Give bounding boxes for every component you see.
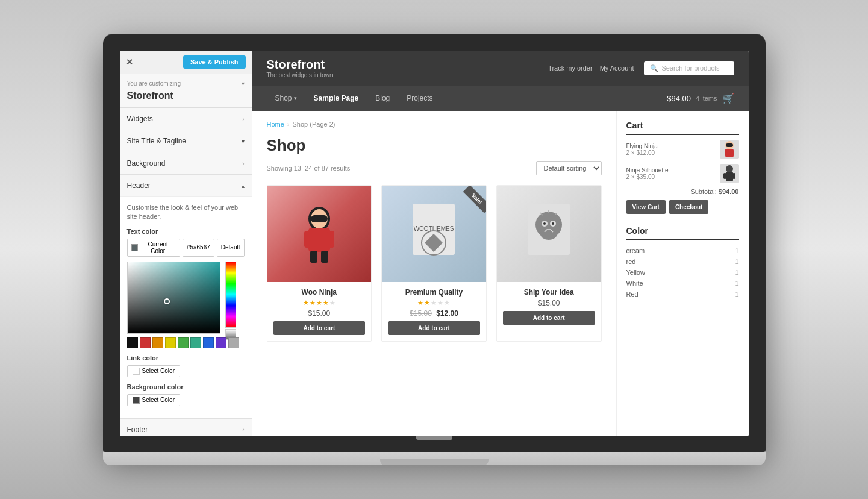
cart-total: $94.00 (667, 94, 691, 103)
view-cart-button[interactable]: View Cart (626, 200, 666, 214)
product-price-ship-idea: $15.00 (503, 299, 595, 307)
cart-item-thumb-silhouette (720, 164, 739, 183)
color-filter-red[interactable]: red 1 (626, 256, 739, 267)
section-footer-header[interactable]: Footer › (120, 419, 252, 436)
bg-color-swatch (133, 397, 140, 404)
header-desc: Customise the look & feel of your web si… (127, 203, 245, 222)
product-price-woo-ninja: $15.00 (273, 309, 366, 318)
color-filter-red2[interactable]: Red 1 (626, 289, 739, 300)
cart-item-name-flying: Flying Ninja (626, 143, 716, 149)
swatch-orange[interactable] (152, 337, 163, 348)
link-select-color-btn[interactable]: Select Color (127, 365, 180, 377)
checkout-button[interactable]: Checkout (669, 200, 709, 214)
nav-blog[interactable]: Blog (367, 86, 398, 111)
link-color-row: Link color Select Color (127, 354, 245, 377)
widgets-arrow: › (242, 116, 244, 122)
sidebar-color-section: Color cream 1 red 1 (626, 226, 739, 300)
close-button[interactable]: ✕ (126, 57, 133, 67)
bg-select-color-btn[interactable]: Select Color (127, 394, 180, 406)
nav-shop[interactable]: Shop ▾ (267, 86, 305, 111)
shop-controls: Showing 13–24 of 87 results Default sort… (267, 161, 602, 175)
breadcrumb: Home › Shop (Page 2) (267, 121, 602, 128)
section-widgets[interactable]: Widgets › (120, 108, 252, 130)
cart-item-name-silhouette: Ninja Silhouette (626, 167, 716, 174)
section-sitetitle[interactable]: Site Title & Tagline ▾ (120, 130, 252, 152)
swatch-teal[interactable] (190, 337, 201, 348)
shop-page-title: Shop (267, 136, 602, 155)
section-sitetitle-header[interactable]: Site Title & Tagline ▾ (120, 130, 252, 152)
svg-rect-7 (311, 215, 328, 222)
bg-color-row: Background color Select Color (127, 383, 245, 406)
cart-section-title: Cart (626, 121, 739, 135)
swatch-red[interactable] (140, 337, 151, 348)
add-to-cart-woo-ninja[interactable]: Add to cart (273, 321, 366, 335)
breadcrumb-home[interactable]: Home (267, 121, 284, 128)
text-color-label: Text color (127, 228, 245, 235)
add-to-cart-ship-idea[interactable]: Add to cart (503, 311, 595, 325)
swatch-gray[interactable] (228, 337, 239, 348)
section-widgets-header[interactable]: Widgets › (120, 108, 252, 130)
current-color-btn[interactable]: Current Color (127, 239, 180, 257)
save-publish-button[interactable]: Save & Publish (183, 55, 245, 69)
cart-icon: 🛒 (722, 93, 734, 104)
color-picker[interactable] (127, 262, 245, 348)
products-grid: Woo Ninja ★ ★ ★ ★ ★ $15.00 (267, 185, 602, 342)
laptop-notch (416, 436, 452, 440)
current-color-swatch (131, 244, 139, 251)
product-card-premium: WOOTHEMES Sale! (381, 185, 487, 342)
search-box[interactable]: 🔍 Search for products (644, 61, 734, 75)
section-background[interactable]: Background › (120, 152, 252, 175)
cart-nav-info[interactable]: $94.00 4 items 🛒 (667, 93, 734, 104)
section-footer[interactable]: Footer › (120, 419, 252, 436)
search-placeholder: Search for products (662, 64, 720, 72)
my-account-link[interactable]: My Account (600, 64, 634, 72)
sale-ribbon: Sale! (450, 186, 486, 222)
store-header-right: Track my order My Account 🔍 Search for p… (548, 61, 734, 75)
color-filter-white[interactable]: White 1 (626, 278, 739, 289)
background-arrow: › (242, 160, 244, 167)
cart-action-buttons: View Cart Checkout (626, 200, 739, 214)
link-color-label: Link color (127, 354, 245, 362)
swatch-yellow[interactable] (165, 337, 176, 348)
color-cursor (164, 298, 170, 304)
product-info-premium: Premium Quality ★ ★ ★ ★ ★ (382, 282, 486, 341)
cart-count: 4 items (696, 95, 717, 102)
customizer-storefront-title: Storefront (120, 89, 252, 108)
breadcrumb-current: Shop (Page 2) (293, 121, 336, 128)
cart-item-flying-ninja-info: Flying Ninja 2 × $12.00 (626, 143, 716, 156)
add-to-cart-premium[interactable]: Add to cart (388, 321, 480, 335)
brand-tagline: The best widgets in town (267, 72, 333, 78)
sort-select[interactable]: Default sorting (536, 161, 602, 175)
swatch-blue[interactable] (203, 337, 214, 348)
section-header-header[interactable]: Header ▴ (120, 175, 252, 196)
swatch-black[interactable] (127, 337, 138, 348)
search-icon: 🔍 (650, 64, 658, 72)
cart-item-qty-silhouette: 2 × $35.00 (626, 174, 716, 180)
section-background-header[interactable]: Background › (120, 152, 252, 174)
store-brand: Storefront The best widgets in town (267, 58, 333, 78)
nav-sample-page[interactable]: Sample Page (305, 86, 367, 111)
color-gradient[interactable] (127, 262, 220, 334)
product-card-woo-ninja: Woo Ninja ★ ★ ★ ★ ★ $15.00 (267, 185, 372, 342)
hue-slider-container (225, 262, 236, 334)
svg-rect-20 (725, 149, 729, 155)
hex-color-btn[interactable]: #5a6567 (183, 239, 214, 257)
default-color-btn[interactable]: Default (217, 239, 245, 257)
swatch-purple[interactable] (216, 337, 226, 348)
color-filter-yellow[interactable]: Yellow 1 (626, 267, 739, 278)
cart-item-ninja-silhouette: Ninja Silhouette 2 × $35.00 (626, 164, 739, 183)
hue-slider[interactable] (225, 262, 236, 328)
svg-rect-1 (308, 228, 330, 252)
store-sidebar: Cart Flying Ninja 2 × $12.00 (616, 111, 749, 436)
cart-item-flying-ninja: Flying Ninja 2 × $12.00 (626, 140, 739, 159)
track-order-link[interactable]: Track my order (548, 64, 593, 72)
cart-item-qty-flying: 2 × $12.00 (626, 149, 716, 156)
swatch-green[interactable] (178, 337, 189, 348)
color-filter-list: cream 1 red 1 Yellow 1 (626, 245, 739, 300)
product-name-premium: Premium Quality (388, 288, 480, 297)
nav-projects[interactable]: Projects (398, 86, 441, 111)
section-header[interactable]: Header ▴ Customise the look & feel of yo… (120, 175, 252, 419)
header-arrow: ▴ (242, 183, 245, 189)
footer-arrow: › (242, 426, 244, 433)
color-filter-cream[interactable]: cream 1 (626, 245, 739, 256)
